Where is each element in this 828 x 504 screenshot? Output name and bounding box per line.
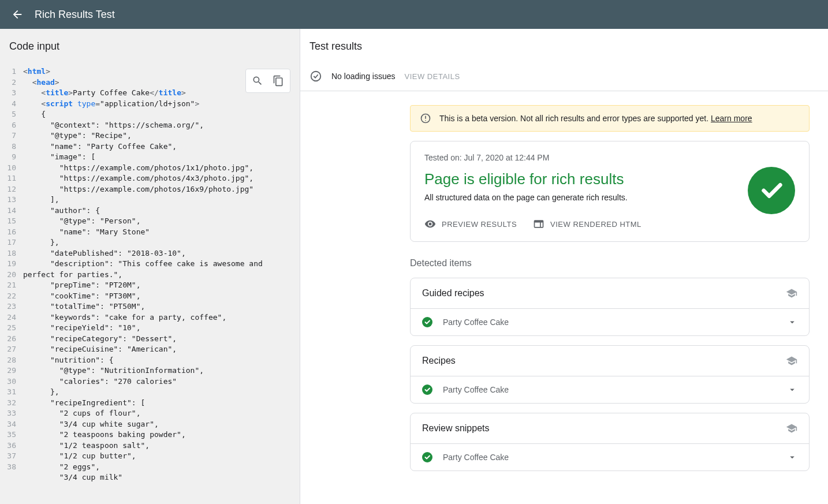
code-editor[interactable]: 1234567891011121314151617181920212223242… bbox=[0, 62, 300, 488]
group-header[interactable]: Recipes bbox=[411, 346, 809, 376]
education-icon bbox=[786, 423, 797, 434]
eligibility-subtitle: All structured data on the page can gene… bbox=[424, 193, 736, 202]
app-title: Rich Results Test bbox=[35, 9, 115, 21]
item-check-icon bbox=[422, 384, 432, 395]
beta-text: This is a beta version. Not all rich res… bbox=[439, 114, 752, 123]
view-rendered-html-button[interactable]: VIEW RENDERED HTML bbox=[533, 218, 641, 230]
web-icon bbox=[533, 218, 544, 230]
code-input-panel: Code input 12345678910111213141516171819… bbox=[0, 29, 300, 504]
eligibility-title: Page is eligible for rich results bbox=[424, 170, 736, 188]
eligibility-card: Tested on: Jul 7, 2020 at 12:44 PM Page … bbox=[410, 141, 810, 242]
item-name: Party Coffee Cake bbox=[443, 318, 509, 327]
tested-on-timestamp: Tested on: Jul 7, 2020 at 12:44 PM bbox=[424, 153, 736, 162]
code-input-title: Code input bbox=[0, 29, 300, 62]
loading-status-bar: No loading issues VIEW DETAILS bbox=[300, 62, 828, 91]
preview-results-button[interactable]: PREVIEW RESULTS bbox=[424, 218, 517, 230]
loading-status-text: No loading issues bbox=[331, 72, 396, 81]
chevron-down-icon bbox=[787, 317, 797, 327]
results-panel: Test results No loading issues VIEW DETA… bbox=[300, 29, 828, 504]
warning-icon bbox=[420, 113, 431, 124]
learn-more-link[interactable]: Learn more bbox=[711, 114, 752, 123]
item-name: Party Coffee Cake bbox=[443, 385, 509, 394]
group-item[interactable]: Party Coffee Cake bbox=[411, 308, 809, 335]
education-icon bbox=[786, 288, 797, 299]
chevron-down-icon bbox=[787, 384, 797, 395]
education-icon bbox=[786, 355, 797, 367]
group-item[interactable]: Party Coffee Cake bbox=[411, 443, 809, 471]
results-title: Test results bbox=[300, 29, 828, 62]
detected-group: Recipes Party Coffee Cake bbox=[410, 345, 810, 404]
copy-icon[interactable] bbox=[270, 73, 286, 89]
chevron-down-icon bbox=[787, 452, 797, 462]
success-check-icon bbox=[748, 167, 795, 214]
beta-banner: This is a beta version. Not all rich res… bbox=[410, 105, 810, 132]
search-icon[interactable] bbox=[249, 73, 266, 89]
group-title: Guided recipes bbox=[422, 288, 484, 298]
eye-icon bbox=[424, 218, 436, 230]
group-header[interactable]: Review snippets bbox=[411, 413, 809, 443]
group-item[interactable]: Party Coffee Cake bbox=[411, 376, 809, 403]
checkmark-circle-icon bbox=[309, 70, 322, 83]
back-arrow-icon[interactable] bbox=[9, 6, 25, 23]
group-title: Review snippets bbox=[422, 423, 490, 434]
group-header[interactable]: Guided recipes bbox=[411, 278, 809, 308]
detected-group: Review snippets Party Coffee Cake bbox=[410, 413, 810, 471]
item-check-icon bbox=[422, 317, 432, 327]
view-details-button[interactable]: VIEW DETAILS bbox=[405, 72, 460, 81]
svg-point-3 bbox=[425, 120, 426, 121]
code-toolbar bbox=[245, 69, 290, 93]
group-title: Recipes bbox=[422, 356, 456, 366]
detected-items-title: Detected items bbox=[410, 258, 810, 268]
app-header: Rich Results Test bbox=[0, 0, 828, 29]
item-name: Party Coffee Cake bbox=[443, 453, 509, 462]
svg-point-0 bbox=[311, 72, 321, 81]
item-check-icon bbox=[422, 452, 432, 462]
detected-group: Guided recipes Party Coffee Cake bbox=[410, 278, 810, 336]
